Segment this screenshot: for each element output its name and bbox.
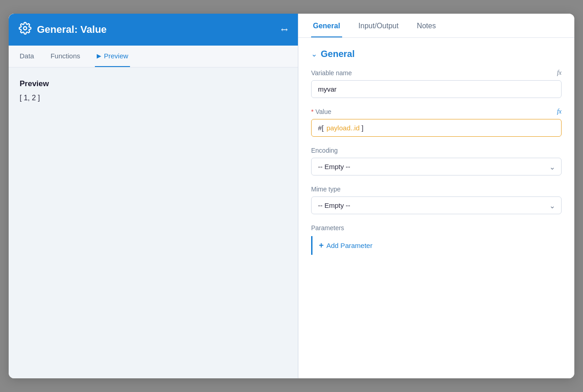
header-title: General: Value	[37, 24, 107, 36]
encoding-label: Encoding	[311, 147, 562, 154]
section-header: ⌄ General	[311, 49, 562, 59]
right-tabs: General Input/Output Notes	[298, 14, 574, 38]
required-star: *	[311, 108, 313, 115]
preview-value: [ 1, 2 ]	[20, 94, 287, 102]
parameters-section: Parameters + Add Parameter	[311, 224, 562, 255]
value-label-row: * Value fx	[311, 108, 562, 115]
add-parameter-label: Add Parameter	[327, 242, 373, 249]
play-icon: ▶	[97, 52, 101, 59]
value-label: Value	[315, 108, 331, 115]
section-title: General	[321, 49, 354, 59]
encoding-select[interactable]: -- Empty --	[311, 158, 562, 175]
tab-general[interactable]: General	[311, 14, 342, 37]
mime-type-field: Mime type -- Empty -- ⌄	[311, 186, 562, 214]
expr-hash: #[	[318, 124, 324, 132]
variable-name-input[interactable]	[311, 80, 562, 98]
tab-preview[interactable]: ▶ Preview	[95, 46, 130, 67]
preview-title: Preview	[20, 79, 287, 88]
value-label-left: * Value	[311, 108, 331, 115]
parameters-label: Parameters	[311, 224, 562, 232]
value-expression-input[interactable]: #[ payload..id ]	[311, 119, 562, 137]
expr-close: ]	[361, 124, 363, 132]
chevron-down-icon: ⌄	[311, 50, 317, 58]
tab-notes[interactable]: Notes	[415, 14, 438, 37]
header-title-group: General: Value	[19, 22, 107, 37]
right-panel: General Input/Output Notes ⌄ General Var…	[298, 14, 574, 378]
add-parameter-button[interactable]: + Add Parameter	[311, 236, 562, 255]
mime-type-label: Mime type	[311, 186, 562, 193]
tab-data[interactable]: Data	[18, 46, 36, 67]
gear-settings-icon	[19, 22, 31, 37]
plus-icon: +	[319, 241, 324, 250]
expand-icon[interactable]: ⤢	[278, 24, 290, 36]
svg-point-0	[24, 27, 27, 30]
right-content: ⌄ General Variable name fx * Value f	[298, 38, 574, 378]
tab-input-output[interactable]: Input/Output	[357, 14, 401, 37]
tab-functions[interactable]: Functions	[49, 46, 82, 67]
fx-badge-value[interactable]: fx	[557, 108, 562, 115]
left-content: Preview [ 1, 2 ]	[9, 67, 298, 378]
left-panel: General: Value ⤢ Data Functions ▶ Previe…	[9, 14, 298, 378]
mime-type-select-wrapper: -- Empty -- ⌄	[311, 196, 562, 214]
encoding-select-wrapper: -- Empty -- ⌄	[311, 158, 562, 175]
encoding-field: Encoding -- Empty -- ⌄	[311, 147, 562, 175]
variable-name-field: Variable name fx	[311, 69, 562, 98]
left-header: General: Value ⤢	[9, 14, 298, 46]
value-field: * Value fx #[ payload..id ]	[311, 108, 562, 137]
variable-name-label-row: Variable name fx	[311, 69, 562, 77]
variable-name-label: Variable name	[311, 69, 352, 77]
fx-badge-variable: fx	[557, 69, 562, 77]
left-tabs: Data Functions ▶ Preview	[9, 46, 298, 67]
expr-content: payload..id	[325, 124, 362, 132]
mime-type-select[interactable]: -- Empty --	[311, 196, 562, 214]
